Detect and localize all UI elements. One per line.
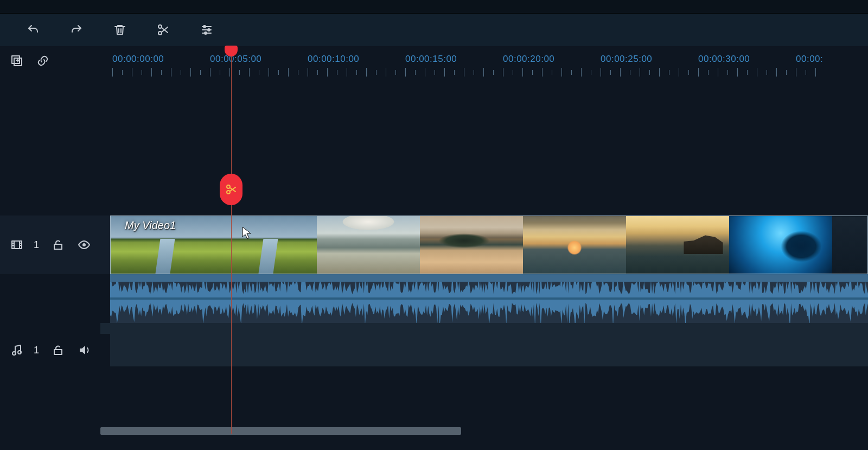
time-ruler[interactable]: 00:00:00:0000:00:05:0000:00:10:0000:00:1… (110, 47, 868, 86)
svg-point-4 (205, 32, 207, 34)
undo-icon[interactable] (26, 23, 40, 37)
audio-waveform[interactable] (110, 274, 868, 323)
ruler-timestamp: 00:00:25:00 (601, 54, 652, 65)
timeline-bottom-pad (0, 366, 868, 427)
music-track-header: 1 (0, 334, 110, 366)
svg-rect-13 (110, 274, 868, 282)
audio-track-row (0, 274, 868, 323)
clip-thumbnail (523, 216, 626, 274)
ruler-timestamp: 00:00:10:00 (308, 54, 359, 65)
video-track-icon (10, 238, 24, 252)
unlock-icon[interactable] (51, 343, 65, 357)
horizontal-scrollbar (0, 427, 868, 437)
redo-icon[interactable] (69, 23, 84, 37)
clip-thumbnail (729, 216, 832, 274)
video-track-index: 1 (34, 239, 39, 251)
scrollbar-thumb[interactable] (100, 427, 461, 435)
clip-thumbnail (420, 216, 523, 274)
music-track-index: 1 (34, 345, 39, 356)
delete-icon[interactable] (113, 23, 127, 37)
svg-point-3 (208, 29, 210, 31)
clip-thumbnail (214, 216, 317, 274)
scrollbar-track[interactable] (100, 427, 868, 435)
clip-thumbnail (832, 216, 867, 274)
settings-icon[interactable] (200, 23, 214, 37)
ruler-timestamp: 00:00:30:00 (698, 54, 750, 65)
svg-point-11 (82, 243, 86, 246)
video-track-row: 1 My Video1 (0, 216, 868, 274)
svg-rect-12 (110, 297, 868, 300)
music-track-row: 1 (0, 334, 868, 366)
video-clip[interactable]: My Video1 (110, 216, 868, 274)
link-icon[interactable] (36, 54, 50, 68)
unlock-icon[interactable] (51, 238, 65, 252)
ruler-timestamp: 00:00:20:00 (503, 54, 554, 65)
toolbar (0, 14, 868, 47)
clip-thumbnail (317, 216, 420, 274)
titlebar (0, 0, 868, 14)
svg-point-15 (18, 351, 21, 354)
add-track-icon[interactable] (10, 54, 24, 68)
ruler-timestamp: 00:00:00:00 (112, 54, 164, 65)
speaker-icon[interactable] (77, 343, 91, 357)
svg-point-2 (203, 26, 206, 28)
mouse-cursor-icon (241, 226, 252, 240)
video-track-header: 1 (0, 216, 110, 274)
ruler-timestamp: 00:00:05:00 (210, 54, 261, 65)
clip-thumbnail (626, 216, 729, 274)
empty-tracks-area (0, 86, 868, 216)
track-separator (0, 323, 868, 334)
ruler-left-controls (0, 47, 110, 86)
clip-title: My Video1 (125, 219, 176, 232)
ruler-row: 00:00:00:0000:00:05:0000:00:10:0000:00:1… (0, 47, 868, 86)
music-track-icon (10, 343, 24, 357)
svg-point-14 (12, 352, 16, 355)
visibility-icon[interactable] (77, 238, 91, 252)
ruler-timestamp: 00:00:15:00 (405, 54, 457, 65)
ruler-timestamp: 00:00: (796, 54, 823, 65)
svg-rect-10 (54, 244, 62, 249)
timeline-panel: 00:00:00:0000:00:05:0000:00:10:0000:00:1… (0, 0, 868, 450)
music-track-lane[interactable] (110, 334, 868, 366)
split-icon[interactable] (156, 23, 170, 37)
split-marker[interactable] (220, 174, 242, 205)
svg-rect-16 (54, 350, 62, 354)
